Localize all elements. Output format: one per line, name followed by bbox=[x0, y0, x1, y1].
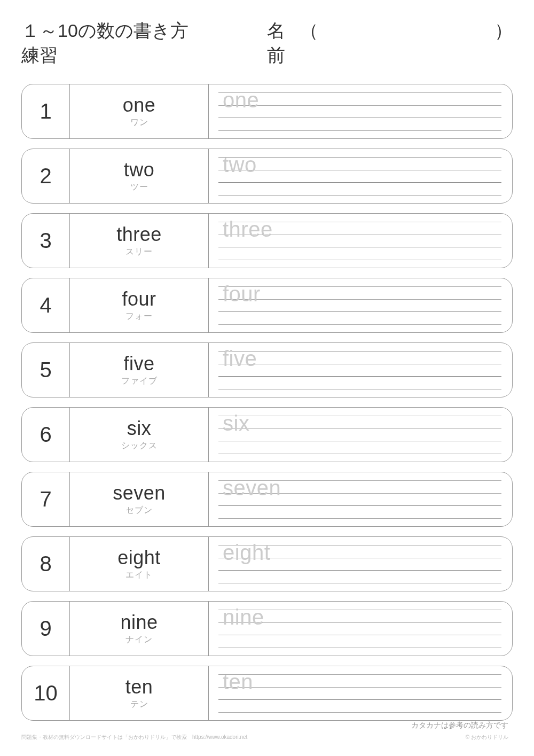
word-cell: oneワン bbox=[70, 84, 209, 138]
guide-line bbox=[218, 389, 501, 389]
guide-line bbox=[218, 687, 501, 688]
writing-lines: seven bbox=[218, 477, 501, 522]
katakana-word: テン bbox=[130, 699, 148, 710]
english-word: four bbox=[122, 289, 156, 310]
practice-cell[interactable]: four bbox=[209, 278, 512, 332]
english-word: ten bbox=[125, 676, 153, 698]
practice-cell[interactable]: seven bbox=[209, 472, 512, 526]
writing-lines: three bbox=[218, 218, 501, 263]
practice-row: 2twoツーtwo bbox=[21, 149, 513, 204]
practice-row: 1oneワンone bbox=[21, 84, 513, 139]
word-cell: fiveファイブ bbox=[70, 343, 209, 397]
katakana-word: ツー bbox=[130, 182, 148, 193]
guide-line bbox=[218, 699, 501, 700]
trace-word: three bbox=[223, 217, 273, 241]
practice-cell[interactable]: three bbox=[209, 214, 512, 268]
practice-row: 7sevenセブンseven bbox=[21, 472, 513, 527]
footer-copyright: © おかわりドリル bbox=[466, 734, 508, 741]
katakana-word: フォー bbox=[125, 311, 153, 322]
footer-note: カタカナは参考の読み方です bbox=[411, 721, 508, 730]
guide-line bbox=[218, 674, 501, 675]
name-label: 名前 bbox=[267, 19, 297, 68]
guide-line bbox=[218, 182, 501, 183]
trace-word: five bbox=[223, 347, 257, 371]
guide-line bbox=[218, 195, 501, 196]
number-cell: 6 bbox=[22, 408, 70, 462]
guide-line bbox=[218, 428, 501, 429]
word-cell: tenテン bbox=[70, 666, 209, 720]
practice-cell[interactable]: nine bbox=[209, 602, 512, 656]
trace-word: one bbox=[223, 88, 259, 112]
english-word: six bbox=[127, 418, 152, 439]
trace-word: seven bbox=[223, 476, 281, 500]
guide-line bbox=[218, 518, 501, 519]
trace-word: ten bbox=[223, 670, 253, 694]
number-cell: 1 bbox=[22, 84, 70, 138]
name-paren-open: （ bbox=[300, 19, 318, 43]
writing-lines: nine bbox=[218, 606, 501, 651]
word-cell: fourフォー bbox=[70, 278, 209, 332]
guide-line bbox=[218, 570, 501, 571]
guide-line bbox=[218, 416, 501, 416]
trace-word: two bbox=[223, 153, 257, 177]
guide-line bbox=[218, 170, 501, 170]
writing-lines: one bbox=[218, 89, 501, 134]
guide-line bbox=[218, 648, 501, 648]
english-word: two bbox=[124, 159, 155, 181]
practice-cell[interactable]: five bbox=[209, 343, 512, 397]
number-cell: 3 bbox=[22, 214, 70, 268]
trace-word: six bbox=[223, 411, 249, 435]
practice-row: 3threeスリーthree bbox=[21, 213, 513, 268]
practice-cell[interactable]: two bbox=[209, 149, 512, 203]
guide-line bbox=[218, 505, 501, 506]
writing-lines: ten bbox=[218, 671, 501, 716]
katakana-word: ワン bbox=[130, 117, 148, 128]
guide-line bbox=[218, 712, 501, 713]
number-cell: 4 bbox=[22, 278, 70, 332]
practice-cell[interactable]: six bbox=[209, 408, 512, 462]
guide-line bbox=[218, 105, 501, 106]
practice-row: 9nineナインnine bbox=[21, 601, 513, 656]
guide-line bbox=[218, 286, 501, 287]
guide-line bbox=[218, 351, 501, 352]
practice-cell[interactable]: ten bbox=[209, 666, 512, 720]
katakana-word: ナイン bbox=[125, 634, 153, 645]
header: １～10の数の書き方練習 名前 （ ） bbox=[0, 0, 534, 79]
practice-cell[interactable]: one bbox=[209, 84, 512, 138]
writing-lines: six bbox=[218, 412, 501, 457]
guide-line bbox=[218, 260, 501, 260]
word-cell: nineナイン bbox=[70, 602, 209, 656]
rows-container: 1oneワンone2twoツーtwo3threeスリーthree4fourフォー… bbox=[0, 79, 534, 736]
practice-cell[interactable]: eight bbox=[209, 537, 512, 591]
guide-line bbox=[218, 311, 501, 312]
guide-line bbox=[218, 635, 501, 635]
word-cell: twoツー bbox=[70, 149, 209, 203]
guide-line bbox=[218, 454, 501, 454]
katakana-word: ファイブ bbox=[121, 376, 158, 387]
guide-line bbox=[218, 324, 501, 325]
guide-line bbox=[218, 92, 501, 93]
english-word: five bbox=[123, 353, 154, 375]
guide-line bbox=[218, 157, 501, 158]
writing-lines: five bbox=[218, 347, 501, 393]
katakana-word: シックス bbox=[121, 440, 158, 451]
trace-word: eight bbox=[223, 541, 270, 565]
guide-line bbox=[218, 118, 501, 118]
writing-lines: four bbox=[218, 283, 501, 328]
guide-line bbox=[218, 299, 501, 300]
guide-line bbox=[218, 583, 501, 583]
number-cell: 9 bbox=[22, 602, 70, 656]
word-cell: sevenセブン bbox=[70, 472, 209, 526]
english-word: seven bbox=[113, 482, 166, 504]
guide-line bbox=[218, 247, 501, 247]
number-cell: 5 bbox=[22, 343, 70, 397]
katakana-word: スリー bbox=[125, 246, 153, 258]
practice-row: 5fiveファイブfive bbox=[21, 342, 513, 398]
english-word: one bbox=[123, 95, 156, 116]
english-word: nine bbox=[120, 612, 158, 633]
footer-left: 問題集・教材の無料ダウンロードサイトは「おかわりドリル」で検索 https://… bbox=[21, 734, 247, 741]
practice-row: 8eightエイトeight bbox=[21, 536, 513, 591]
writing-lines: eight bbox=[218, 541, 501, 587]
practice-row: 6sixシックスsix bbox=[21, 407, 513, 462]
name-paren-close: ） bbox=[494, 19, 513, 43]
